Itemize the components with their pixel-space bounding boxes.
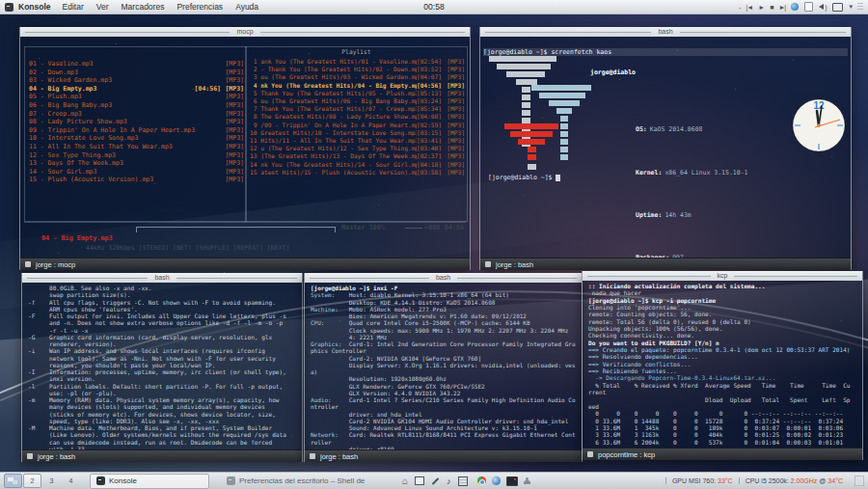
taskbar-task-konsole[interactable]: Konsole (90, 474, 209, 489)
statusbar-text: jorge : bash (320, 452, 358, 461)
terminal-area[interactable]: [jorge@diablo ~]$ inxi -FSystem: Host: d… (311, 285, 579, 449)
pager-desktop-cell[interactable]: 3 (42, 474, 61, 488)
window-tab-label: bash (429, 273, 457, 283)
terminal-line: Machine: Mobo: ASRock model: Z77 Pro3 (311, 306, 579, 312)
pager-desktop-cell[interactable]: 4 (62, 474, 80, 488)
moc-playlist-list: 1 ank You (The Greatest Hits)/01 - Vasol… (250, 58, 465, 177)
window-titlebar[interactable]: bash (480, 27, 851, 37)
window-frame-icon[interactable] (415, 476, 424, 485)
terminal-line: Dload Upload Total Spent Left Sp (588, 396, 859, 403)
window-kcp: kcp :: Iniciando actualización completa … (582, 271, 863, 460)
terminal-line: and -n. Does not show extra verbose opti… (28, 319, 299, 326)
statusbar-text: jorge : bash (38, 452, 75, 461)
terminal-line: -m Memory (RAM) data. Physical system me… (28, 396, 299, 403)
user-silhouette-icon[interactable] (524, 477, 531, 485)
terminal-line: 4: 2221 MHz (311, 334, 579, 340)
moc-track-row: 08 - Lady Picture Show.mp3 [MP3] (29, 118, 244, 126)
terminal-area[interactable]: 80.0GiB. See also -x and -xx. swap parti… (28, 285, 299, 449)
terminal-area[interactable]: :: Iniciando actualización completa del … (588, 283, 859, 448)
moc-track-row: 06 - Big Bang Baby.mp3 [MP3] (29, 101, 244, 110)
media-stop-icon[interactable]: ■ (770, 4, 773, 11)
terminal-line: GLX Version: 4.4.0 NVIDIA 343.22 (311, 390, 579, 396)
window-tab-label: mocp (230, 27, 259, 37)
moc-playlist-row: 8 The Greatest Hits)/08 - Lady Picture S… (250, 113, 465, 121)
terminal-line: -f All cpu flags, triggers -C. Not shown… (28, 299, 299, 306)
tray-overflow-icon[interactable] (857, 3, 863, 11)
konsole-task-icon (96, 476, 105, 485)
window-titlebar[interactable]: kcp (583, 271, 862, 281)
window-statusbar: jorge : mocp (20, 258, 470, 270)
terminal-line: % Total % Received % Xferd Average Speed… (588, 382, 859, 389)
moc-playlist-row: 15 atest Hits)/15 - Plush (Acoustic Vers… (250, 169, 465, 177)
taskbar-overflow-icon[interactable] (854, 475, 864, 486)
media-next-icon[interactable]: ►| (778, 4, 785, 11)
terminal-line: 0 0 0 0 0 0 0 0 --:--:-- --:--:-- --:--:… (588, 410, 859, 417)
tray-expand-arrow-icon[interactable]: ▾ (849, 3, 852, 11)
terminal-line: Checking connectivity... done. (588, 332, 859, 339)
terminal-line: -r -t -u -x (28, 327, 299, 334)
pager-desktop-cell[interactable]: 2 (23, 474, 41, 488)
moc-playlist-row: 9 /09 - Trippin' On A Hole In A Paper He… (250, 122, 465, 129)
terminal-line: roller (311, 439, 579, 446)
taskbar-task-desktop-prefs[interactable]: Preferencias del escritorio – Shell de (221, 475, 377, 488)
moc-track-row: 01 - Vasoline.mp3 [MP3] (29, 60, 244, 68)
terminal-line: network tool). Same as -Nni. Not shown w… (28, 355, 299, 362)
moc-playlist-row: 11 Hits)/11 - All In The Suit That You W… (250, 137, 465, 145)
terminal-line: :: Iniciando actualización completa del … (588, 283, 859, 289)
terminal-line: -> Descargando Popcorn-Time-0.3.4-Linux6… (588, 374, 859, 381)
tray-collapse-icon[interactable]: - (739, 4, 740, 11)
menubar-menu-item[interactable]: Marcadores (122, 2, 165, 12)
window-titlebar[interactable]: bash (22, 273, 302, 283)
terminal-line: reasons, you shouldn't paste your local/… (28, 362, 299, 368)
screenfetch-info: jorge@diablo OS:KaOS 2014.0608 Kernel:x8… (590, 55, 812, 258)
moc-volume-bar (405, 228, 422, 229)
statusbar-icon (310, 453, 315, 459)
network-globe-icon[interactable] (791, 3, 799, 11)
system-tray: - |◄ ► ■ ►| ) ▾ (739, 2, 863, 12)
monitor-icon[interactable] (506, 476, 518, 486)
terminal-line: (Like Lenovo). Older systems/kernels wit… (28, 431, 299, 438)
media-previous-icon[interactable]: |◄ (746, 4, 752, 11)
terminal-line: remote: Counting objects: 56, done. (588, 311, 859, 317)
window-titlebar[interactable]: mocp (20, 27, 470, 37)
moc-track-row: 02 - Down.mp3 [MP3] (29, 68, 244, 77)
terminal-area[interactable]: 01 - Vasoline.mp3 [MP3] 02 - Down.mp3 [M… (20, 37, 470, 258)
moc-track-row: 07 - Creep.mp3 [MP3] (29, 110, 244, 119)
menubar-menu-item[interactable]: Editar (63, 2, 84, 12)
pager-desktop-cell[interactable]: 1 (4, 474, 22, 488)
gpu-temp-readout: GPU MSI 760: 33°C (665, 477, 739, 484)
moc-playlist-row: 2 - Thank You (The Greatest Hits)/02 - D… (250, 66, 465, 73)
moc-track-row: 04 - Big Empty.mp3 [04:56] [MP3] (29, 85, 244, 94)
media-play-icon[interactable]: ► (758, 4, 764, 11)
desktop-prefs-task-icon (227, 476, 235, 485)
clipboard-icon[interactable] (804, 2, 813, 12)
moc-playlist-panel: Playlist 1 ank You (The Greatest Hits)/0… (245, 46, 468, 222)
chrome-icon[interactable] (477, 476, 486, 485)
drive-box-icon[interactable] (458, 476, 468, 486)
statusbar-text: jorge : mocp (36, 260, 75, 269)
window-tab-label: kcp (711, 271, 735, 281)
menubar-menu-item[interactable]: Preferencias (176, 2, 223, 12)
moc-track-row: 05 - Plush.mp3 [MP3] (29, 93, 244, 101)
moc-track-list: 01 - Vasoline.mp3 [MP3] 02 - Down.mp3 [M… (29, 60, 244, 184)
terminal-line: 1 33.6M 1 345k 0 0 189k 0 0:03:07 0:00:0… (588, 424, 859, 431)
terminal-line: renderer, version). (28, 340, 299, 347)
screenfetch-info-row: Kernel:x86_64 Linux 3.15.10-1 (590, 162, 812, 183)
menubar-menu-item[interactable]: Ver (96, 2, 109, 12)
home-icon[interactable]: ⌂ (402, 476, 408, 486)
terminal-line: ==> Verificando conflictos... (588, 361, 859, 367)
display-icon[interactable] (832, 3, 843, 12)
music-note-icon[interactable]: ♪ (447, 476, 451, 486)
screenfetch-info-row: Uptime:14h 43m (590, 205, 812, 227)
globe-icon[interactable] (492, 476, 501, 485)
menubar-menu-item[interactable]: Ayuda (235, 2, 258, 12)
volume-icon[interactable]: ) (819, 4, 827, 11)
window-titlebar[interactable]: bash (305, 273, 582, 283)
pen-icon[interactable] (432, 477, 440, 485)
terminal-line: inxi version. (28, 375, 299, 382)
konsole-app-icon (5, 3, 14, 12)
hardware-monitors: GPU MSI 760: 33°C CPU i5 2500k: 2.00GHz … (665, 477, 849, 484)
moc-file-panel: 01 - Vasoline.mp3 [MP3] 02 - Down.mp3 [M… (24, 46, 247, 222)
terminal-line: many devices (slots) supported, and indi… (28, 403, 299, 410)
moc-track-row: 11 - All In The Suit That You Wear.mp3 [… (29, 143, 244, 151)
